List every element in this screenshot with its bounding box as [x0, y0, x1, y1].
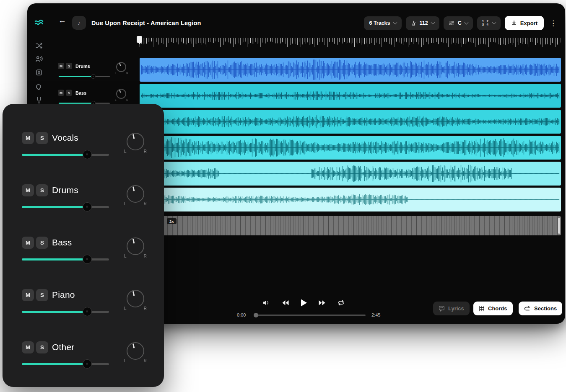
seek-handle[interactable]: [254, 313, 258, 317]
volume-slider[interactable]: [59, 73, 110, 80]
timeline-ruler[interactable]: [140, 37, 561, 48]
export-label: Export: [520, 20, 537, 26]
track-row: M S Drums L R: [58, 63, 155, 87]
waveform-lane[interactable]: [140, 162, 561, 186]
chords-button[interactable]: Chords: [473, 302, 513, 315]
track-name: Bass: [52, 237, 72, 248]
metronome-icon[interactable]: [35, 69, 43, 76]
solo-button[interactable]: S: [36, 237, 48, 249]
slider-handle[interactable]: [83, 359, 92, 369]
playhead-marker[interactable]: [137, 36, 142, 43]
music-note-icon: ♪: [78, 19, 81, 26]
song-overview-strip[interactable]: 2x: [140, 216, 561, 235]
pan-knob[interactable]: L R: [125, 237, 146, 258]
song-artwork-icon: ♪: [72, 16, 86, 30]
metronome-small-icon: [411, 21, 416, 26]
tuner-icon[interactable]: [35, 96, 43, 104]
more-options-button[interactable]: ⋮: [548, 19, 558, 28]
pan-knob[interactable]: L R: [125, 342, 146, 363]
pan-knob[interactable]: L R: [125, 185, 146, 206]
track-name: Other: [52, 342, 75, 352]
slider-handle[interactable]: [83, 307, 92, 316]
slider-handle[interactable]: [83, 255, 92, 264]
page-background: ← ♪ Due Upon Receipt - American Legion 6…: [0, 0, 566, 392]
volume-slider[interactable]: [22, 202, 109, 211]
pan-right-label: R: [144, 358, 147, 363]
solo-button[interactable]: S: [66, 90, 72, 96]
slider-handle[interactable]: [83, 150, 92, 159]
ear-icon[interactable]: [35, 83, 43, 90]
voice-icon[interactable]: [35, 55, 43, 63]
solo-button[interactable]: S: [36, 341, 48, 353]
bpm-dropdown[interactable]: 112: [406, 16, 439, 30]
chords-grid-icon: [479, 306, 485, 312]
mute-button[interactable]: M: [22, 237, 34, 249]
zoom-level-badge: 2x: [167, 218, 177, 224]
seek-bar[interactable]: [254, 312, 366, 317]
export-button[interactable]: Export: [505, 16, 544, 30]
mute-button[interactable]: M: [22, 341, 34, 353]
key-dropdown[interactable]: C: [444, 16, 473, 30]
pan-left-label: L: [124, 254, 127, 258]
slider-handle[interactable]: [91, 74, 96, 79]
chevron-down-icon: [393, 20, 397, 24]
sections-icon: [524, 306, 531, 312]
time-signature-dropdown[interactable]: 1 2 3 4: [477, 16, 501, 30]
waveform-lane[interactable]: [140, 110, 561, 134]
lyrics-button[interactable]: Lyrics: [433, 302, 470, 315]
split-tracks-icon[interactable]: [35, 42, 43, 49]
waveform-lane[interactable]: [140, 188, 561, 211]
transport-controls: [262, 296, 345, 310]
sections-button[interactable]: Sections: [519, 302, 562, 315]
back-button[interactable]: ←: [58, 16, 66, 25]
track-name: Piano: [52, 290, 75, 300]
volume-slider[interactable]: [22, 255, 109, 264]
total-time: 2:45: [371, 312, 383, 317]
solo-button[interactable]: S: [66, 63, 72, 69]
solo-button[interactable]: S: [36, 184, 48, 196]
solo-button[interactable]: S: [36, 289, 48, 301]
chevron-down-icon: [464, 20, 468, 24]
pan-left-label: L: [124, 149, 127, 154]
pan-right-label: R: [144, 254, 147, 258]
loop-icon[interactable]: [337, 299, 345, 307]
rewind-icon[interactable]: [281, 299, 289, 306]
slider-handle[interactable]: [83, 202, 92, 211]
pan-knob[interactable]: L R: [125, 290, 146, 311]
track-name: Drums: [75, 64, 90, 69]
pan-right-label: R: [126, 72, 128, 75]
pan-knob[interactable]: L R: [125, 133, 146, 154]
mute-button[interactable]: M: [22, 184, 34, 196]
volume-slider[interactable]: [22, 307, 109, 316]
mute-button[interactable]: M: [58, 63, 64, 69]
app-logo[interactable]: [34, 18, 44, 28]
pan-left-label: L: [124, 358, 127, 363]
volume-icon[interactable]: [262, 299, 270, 307]
track-name: Bass: [75, 90, 86, 95]
play-button[interactable]: [300, 299, 308, 307]
pan-knob[interactable]: L R: [115, 89, 128, 102]
tracks-dropdown-label: 6 Tracks: [369, 20, 390, 26]
volume-slider[interactable]: [22, 359, 109, 369]
ruler-ticks: [140, 37, 561, 48]
mixer-track-row: M S Vocals L R: [22, 132, 152, 170]
pan-right-label: R: [144, 149, 147, 154]
track-name: Drums: [52, 185, 78, 195]
volume-slider[interactable]: [22, 150, 109, 159]
mixer-track-row: M S Piano L R: [22, 289, 152, 328]
waveform-lane[interactable]: [140, 136, 561, 160]
overview-scroll-handle[interactable]: [558, 218, 560, 234]
waveform-lane[interactable]: [140, 84, 561, 108]
mute-button[interactable]: M: [22, 289, 34, 301]
pan-right-label: R: [144, 201, 147, 206]
fast-forward-icon[interactable]: [318, 299, 327, 306]
pan-right-label: R: [126, 98, 128, 101]
waveform-lane[interactable]: [140, 58, 561, 82]
mute-button[interactable]: M: [58, 90, 64, 96]
bpm-value: 112: [420, 20, 428, 26]
download-icon: [511, 20, 517, 26]
tracks-dropdown[interactable]: 6 Tracks: [364, 16, 401, 30]
mute-button[interactable]: M: [22, 132, 34, 144]
pan-knob[interactable]: L R: [115, 62, 128, 75]
solo-button[interactable]: S: [36, 132, 48, 144]
